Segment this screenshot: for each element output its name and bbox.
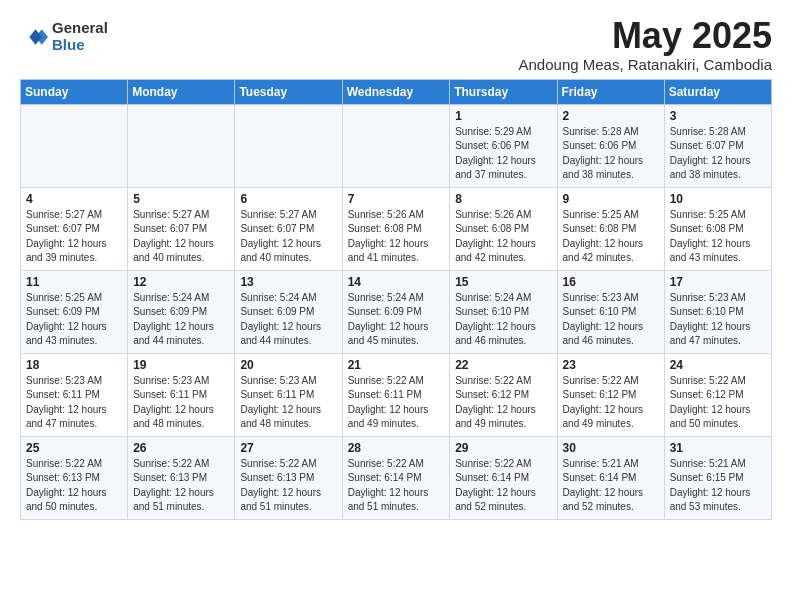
day-detail: Sunrise: 5:22 AM Sunset: 6:12 PM Dayligh…	[563, 374, 659, 432]
day-number: 12	[133, 275, 229, 289]
day-number: 21	[348, 358, 445, 372]
calendar-cell	[21, 104, 128, 187]
calendar-cell: 27Sunrise: 5:22 AM Sunset: 6:13 PM Dayli…	[235, 436, 342, 519]
day-number: 5	[133, 192, 229, 206]
month-title: May 2025	[519, 16, 772, 56]
day-detail: Sunrise: 5:24 AM Sunset: 6:10 PM Dayligh…	[455, 291, 551, 349]
day-detail: Sunrise: 5:27 AM Sunset: 6:07 PM Dayligh…	[133, 208, 229, 266]
day-number: 24	[670, 358, 766, 372]
day-number: 16	[563, 275, 659, 289]
day-detail: Sunrise: 5:28 AM Sunset: 6:06 PM Dayligh…	[563, 125, 659, 183]
day-number: 7	[348, 192, 445, 206]
calendar-cell: 25Sunrise: 5:22 AM Sunset: 6:13 PM Dayli…	[21, 436, 128, 519]
day-detail: Sunrise: 5:23 AM Sunset: 6:11 PM Dayligh…	[26, 374, 122, 432]
day-detail: Sunrise: 5:25 AM Sunset: 6:08 PM Dayligh…	[563, 208, 659, 266]
calendar-cell: 19Sunrise: 5:23 AM Sunset: 6:11 PM Dayli…	[128, 353, 235, 436]
calendar-cell: 3Sunrise: 5:28 AM Sunset: 6:07 PM Daylig…	[664, 104, 771, 187]
calendar-cell: 26Sunrise: 5:22 AM Sunset: 6:13 PM Dayli…	[128, 436, 235, 519]
day-number: 18	[26, 358, 122, 372]
day-detail: Sunrise: 5:24 AM Sunset: 6:09 PM Dayligh…	[240, 291, 336, 349]
calendar-cell: 14Sunrise: 5:24 AM Sunset: 6:09 PM Dayli…	[342, 270, 450, 353]
day-detail: Sunrise: 5:22 AM Sunset: 6:13 PM Dayligh…	[133, 457, 229, 515]
day-number: 8	[455, 192, 551, 206]
week-row-1: 1Sunrise: 5:29 AM Sunset: 6:06 PM Daylig…	[21, 104, 772, 187]
day-number: 25	[26, 441, 122, 455]
week-row-2: 4Sunrise: 5:27 AM Sunset: 6:07 PM Daylig…	[21, 187, 772, 270]
logo-blue: Blue	[52, 37, 108, 54]
calendar-cell: 7Sunrise: 5:26 AM Sunset: 6:08 PM Daylig…	[342, 187, 450, 270]
day-detail: Sunrise: 5:29 AM Sunset: 6:06 PM Dayligh…	[455, 125, 551, 183]
day-detail: Sunrise: 5:21 AM Sunset: 6:14 PM Dayligh…	[563, 457, 659, 515]
day-number: 14	[348, 275, 445, 289]
day-detail: Sunrise: 5:22 AM Sunset: 6:14 PM Dayligh…	[455, 457, 551, 515]
calendar-cell: 12Sunrise: 5:24 AM Sunset: 6:09 PM Dayli…	[128, 270, 235, 353]
day-detail: Sunrise: 5:25 AM Sunset: 6:09 PM Dayligh…	[26, 291, 122, 349]
day-detail: Sunrise: 5:28 AM Sunset: 6:07 PM Dayligh…	[670, 125, 766, 183]
day-number: 10	[670, 192, 766, 206]
day-number: 30	[563, 441, 659, 455]
calendar-cell: 13Sunrise: 5:24 AM Sunset: 6:09 PM Dayli…	[235, 270, 342, 353]
day-number: 29	[455, 441, 551, 455]
day-number: 27	[240, 441, 336, 455]
day-number: 23	[563, 358, 659, 372]
calendar-cell	[342, 104, 450, 187]
day-detail: Sunrise: 5:26 AM Sunset: 6:08 PM Dayligh…	[455, 208, 551, 266]
calendar-cell: 1Sunrise: 5:29 AM Sunset: 6:06 PM Daylig…	[450, 104, 557, 187]
header-day-wednesday: Wednesday	[342, 79, 450, 104]
day-detail: Sunrise: 5:24 AM Sunset: 6:09 PM Dayligh…	[133, 291, 229, 349]
subtitle: Andoung Meas, Ratanakiri, Cambodia	[519, 56, 772, 73]
header-day-tuesday: Tuesday	[235, 79, 342, 104]
calendar-cell: 24Sunrise: 5:22 AM Sunset: 6:12 PM Dayli…	[664, 353, 771, 436]
calendar-cell: 28Sunrise: 5:22 AM Sunset: 6:14 PM Dayli…	[342, 436, 450, 519]
header-day-thursday: Thursday	[450, 79, 557, 104]
day-number: 22	[455, 358, 551, 372]
day-detail: Sunrise: 5:24 AM Sunset: 6:09 PM Dayligh…	[348, 291, 445, 349]
title-block: May 2025 Andoung Meas, Ratanakiri, Cambo…	[519, 16, 772, 73]
calendar-cell: 6Sunrise: 5:27 AM Sunset: 6:07 PM Daylig…	[235, 187, 342, 270]
calendar-cell: 16Sunrise: 5:23 AM Sunset: 6:10 PM Dayli…	[557, 270, 664, 353]
day-detail: Sunrise: 5:22 AM Sunset: 6:12 PM Dayligh…	[670, 374, 766, 432]
calendar-cell	[128, 104, 235, 187]
calendar-cell: 15Sunrise: 5:24 AM Sunset: 6:10 PM Dayli…	[450, 270, 557, 353]
calendar-cell	[235, 104, 342, 187]
day-detail: Sunrise: 5:26 AM Sunset: 6:08 PM Dayligh…	[348, 208, 445, 266]
calendar-cell: 18Sunrise: 5:23 AM Sunset: 6:11 PM Dayli…	[21, 353, 128, 436]
day-number: 6	[240, 192, 336, 206]
day-detail: Sunrise: 5:23 AM Sunset: 6:10 PM Dayligh…	[670, 291, 766, 349]
day-number: 28	[348, 441, 445, 455]
day-detail: Sunrise: 5:21 AM Sunset: 6:15 PM Dayligh…	[670, 457, 766, 515]
calendar-cell: 9Sunrise: 5:25 AM Sunset: 6:08 PM Daylig…	[557, 187, 664, 270]
calendar-cell: 30Sunrise: 5:21 AM Sunset: 6:14 PM Dayli…	[557, 436, 664, 519]
day-detail: Sunrise: 5:27 AM Sunset: 6:07 PM Dayligh…	[240, 208, 336, 266]
day-number: 2	[563, 109, 659, 123]
calendar-cell: 17Sunrise: 5:23 AM Sunset: 6:10 PM Dayli…	[664, 270, 771, 353]
calendar-table: SundayMondayTuesdayWednesdayThursdayFrid…	[20, 79, 772, 520]
header-day-saturday: Saturday	[664, 79, 771, 104]
day-number: 26	[133, 441, 229, 455]
week-row-4: 18Sunrise: 5:23 AM Sunset: 6:11 PM Dayli…	[21, 353, 772, 436]
calendar-cell: 29Sunrise: 5:22 AM Sunset: 6:14 PM Dayli…	[450, 436, 557, 519]
day-detail: Sunrise: 5:27 AM Sunset: 6:07 PM Dayligh…	[26, 208, 122, 266]
day-number: 1	[455, 109, 551, 123]
svg-marker-1	[29, 29, 41, 45]
calendar-header: SundayMondayTuesdayWednesdayThursdayFrid…	[21, 79, 772, 104]
day-number: 4	[26, 192, 122, 206]
calendar-body: 1Sunrise: 5:29 AM Sunset: 6:06 PM Daylig…	[21, 104, 772, 519]
calendar-cell: 10Sunrise: 5:25 AM Sunset: 6:08 PM Dayli…	[664, 187, 771, 270]
day-detail: Sunrise: 5:22 AM Sunset: 6:13 PM Dayligh…	[26, 457, 122, 515]
day-number: 13	[240, 275, 336, 289]
day-number: 20	[240, 358, 336, 372]
logo-icon	[20, 23, 48, 51]
calendar-cell: 11Sunrise: 5:25 AM Sunset: 6:09 PM Dayli…	[21, 270, 128, 353]
day-detail: Sunrise: 5:22 AM Sunset: 6:13 PM Dayligh…	[240, 457, 336, 515]
day-detail: Sunrise: 5:23 AM Sunset: 6:10 PM Dayligh…	[563, 291, 659, 349]
day-number: 11	[26, 275, 122, 289]
day-number: 17	[670, 275, 766, 289]
logo: General Blue	[20, 20, 108, 53]
day-number: 19	[133, 358, 229, 372]
day-detail: Sunrise: 5:23 AM Sunset: 6:11 PM Dayligh…	[240, 374, 336, 432]
week-row-3: 11Sunrise: 5:25 AM Sunset: 6:09 PM Dayli…	[21, 270, 772, 353]
calendar-cell: 2Sunrise: 5:28 AM Sunset: 6:06 PM Daylig…	[557, 104, 664, 187]
calendar-cell: 31Sunrise: 5:21 AM Sunset: 6:15 PM Dayli…	[664, 436, 771, 519]
header-row: SundayMondayTuesdayWednesdayThursdayFrid…	[21, 79, 772, 104]
